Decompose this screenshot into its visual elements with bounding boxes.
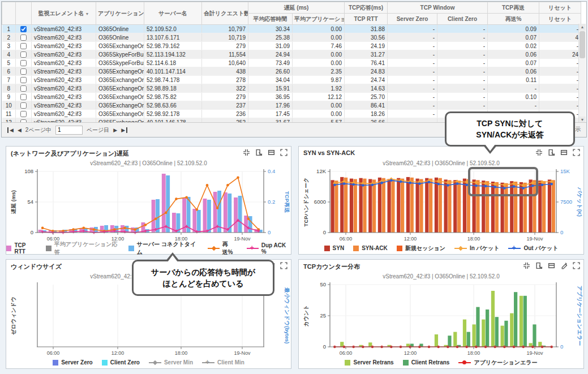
legend-label: 平均アプリケーション応答 [54,240,119,256]
cell-avg-app: 0.00 [293,59,345,67]
legend-item[interactable]: TCP RTT [6,242,37,255]
header-tcp-retrans-group: TCP再送 [488,2,539,14]
legend-label: SYN-ACK [362,245,388,251]
legend-item[interactable]: アプリケーションエラー [458,359,537,367]
row-checkbox[interactable] [20,43,27,49]
header-server[interactable]: サーバー名 [144,2,202,25]
legend-label: 新規セッション [405,244,445,252]
table-row[interactable]: 6vStream620_42:if3O365ExchangeOnline40.1… [2,67,581,76]
table-row[interactable]: 5vStream620_42:if3O365SkypeForBusiness52… [2,59,581,67]
legend-item[interactable]: 新規セッション [397,244,445,252]
table-row[interactable]: 10vStream620_42:if3O365ExchangeOnline52.… [2,101,581,110]
cell-avg-app: 12.12 [293,93,345,101]
row-checkbox[interactable] [16,101,32,110]
legend-item[interactable]: SYN-ACK [353,245,388,251]
row-checkbox[interactable] [20,35,27,41]
svg-text:19-Nov: 19-Nov [526,350,543,356]
legend-item[interactable]: サーバー コネクトタイム [128,240,199,256]
legend-item[interactable]: Server Min [149,359,193,366]
header-client-zero[interactable]: Client Zero [437,14,488,25]
legend-item[interactable]: 平均アプリケーション応答 [46,240,119,256]
header-avg-response[interactable]: 平均応答時間 [248,14,293,25]
legend-item[interactable]: Client Retrans [403,359,450,366]
last-page-button[interactable]: ▶ [121,127,127,133]
expand-icon[interactable] [573,262,580,269]
table-row[interactable]: 2vStream620_42:if3O365Online13.107.6.171… [2,33,581,42]
header-application[interactable]: アプリケーション [96,2,144,25]
row-number: 8 [2,84,16,93]
row-checkbox[interactable] [16,76,32,84]
page-number-input[interactable] [55,126,83,135]
row-checkbox[interactable] [20,111,27,117]
layout-icon[interactable] [548,262,555,269]
legend-item[interactable]: Client Zero [102,359,140,366]
legend-item[interactable]: +Out パケット [508,244,558,252]
chart-subtitle: vStream620_42:if3 | O365Online | 52.109.… [299,160,583,166]
row-checkbox[interactable] [16,42,32,50]
layout-icon[interactable] [268,149,275,156]
header-total-requests[interactable]: 合計リクエスト数 [202,2,248,25]
row-checkbox[interactable] [20,102,27,109]
legend-item[interactable]: +Client Min [202,359,244,366]
export-icon[interactable] [535,262,543,269]
cell-avg-response: 30.34 [248,25,293,33]
scrollbar-thumb[interactable] [580,31,585,58]
header-retrans-pct[interactable]: 再送% [488,14,539,25]
expand-icon[interactable] [280,262,287,269]
row-checkbox[interactable] [20,85,27,92]
legend-marker-icon [149,360,161,366]
table-row[interactable]: 9vStream620_42:if3O365ExchangeOnline52.9… [2,93,581,101]
row-checkbox[interactable] [16,25,32,33]
row-checkbox[interactable] [20,94,27,100]
prev-page-button[interactable]: ◀ [18,127,22,133]
expand-icon[interactable] [280,149,287,156]
header-reset[interactable]: リセット [539,14,581,25]
legend-item[interactable]: Server Retrans [345,359,393,366]
header-element[interactable]: 監視エレメント名▼ [32,2,96,25]
row-checkbox[interactable] [20,60,27,66]
cell-avg-response: 26.60 [248,67,293,76]
scroll-up-icon[interactable]: ▲ [579,24,586,31]
table-row[interactable]: 4vStream620_42:if3O365SkypeForBusiness52… [2,50,581,59]
row-checkbox[interactable] [16,50,32,59]
layout-icon[interactable] [560,149,568,156]
edit-icon[interactable] [560,262,568,269]
row-checkbox[interactable] [16,84,32,93]
row-checkbox[interactable] [16,59,32,67]
row-checkbox[interactable] [16,93,32,101]
export-icon[interactable] [255,149,263,156]
header-avg-app[interactable]: 平均アプリケーショ [293,14,345,25]
expand-icon[interactable] [573,149,580,156]
row-number: 7 [2,76,16,84]
row-checkbox[interactable] [20,26,27,32]
row-checkbox[interactable] [16,67,32,76]
panel-latency: 05410800.20.406:0012:0018:0019-Nov遅延 (ms… [6,146,291,255]
row-checkbox[interactable] [20,68,27,75]
export-icon[interactable] [548,149,555,156]
table-vertical-scrollbar[interactable]: ▲ ▼ [578,24,586,123]
header-server-zero[interactable]: Server Zero [388,14,437,25]
cell-element: vStream620_42:if3 [32,110,96,118]
legend-item[interactable]: +Dup ACK % [247,242,291,255]
row-checkbox[interactable] [16,33,32,42]
collapse-icon[interactable] [243,149,250,156]
collapse-icon[interactable] [523,262,530,269]
legend-item[interactable]: 再送% [208,240,238,256]
header-checkbox [16,2,32,25]
next-page-button[interactable]: ▶ [113,127,117,133]
legend-item[interactable]: SYN [324,245,345,251]
table-row[interactable]: 7vStream620_42:if3O365ExchangeOnline52.9… [2,76,581,84]
collapse-icon[interactable] [535,149,543,156]
legend-item[interactable]: In パケット [454,244,500,252]
legend-item[interactable]: Server Zero [53,359,93,366]
table-row[interactable]: 3vStream620_42:if3O365ExchangeOnline52.9… [2,42,581,50]
table-row[interactable]: 8vStream620_42:if3O365ExchangeOnline52.9… [2,84,581,93]
row-checkbox[interactable] [20,51,27,58]
cell-avg-response: 31.09 [248,42,293,50]
header-tcp-rtt[interactable]: TCP RTT [345,14,388,25]
first-page-button[interactable]: ◀ [7,127,14,133]
row-checkbox[interactable] [16,110,32,118]
table-row[interactable]: 1vStream620_42:if3O365Online52.109.52.01… [2,25,581,33]
cell-reset: 4 [539,33,581,42]
row-checkbox[interactable] [20,77,27,83]
